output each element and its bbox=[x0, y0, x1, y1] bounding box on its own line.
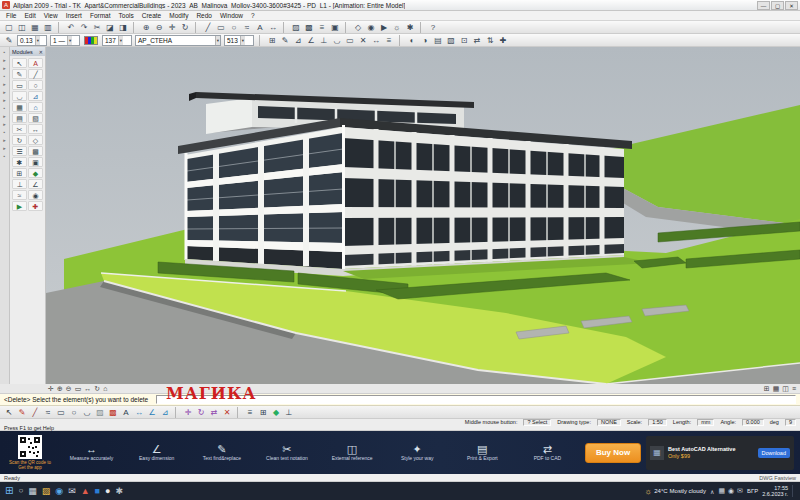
module-settings-icon[interactable]: ✱ bbox=[12, 157, 27, 167]
undo-icon[interactable]: ↶ bbox=[65, 22, 77, 33]
maximize-button[interactable]: ▢ bbox=[771, 1, 784, 10]
module-slab-icon[interactable]: ▤ bbox=[12, 113, 27, 123]
dock-icon[interactable]: ▪ bbox=[4, 50, 6, 55]
text-icon[interactable]: A bbox=[254, 22, 266, 33]
animation-icon[interactable]: ▶ bbox=[378, 22, 390, 33]
weather-widget[interactable]: ☼ 24°C Mostly cloudy bbox=[645, 487, 706, 496]
ad-card[interactable]: ▦ Best AutoCAD Alternative Only $99 Down… bbox=[646, 436, 794, 470]
hatch-icon[interactable]: ▨ bbox=[94, 407, 106, 418]
layers-icon[interactable]: ≡ bbox=[316, 22, 328, 33]
taskbar-app-taskview[interactable]: ▦ bbox=[28, 483, 37, 499]
module-roof-icon[interactable]: ▧ bbox=[28, 113, 43, 123]
minimize-button[interactable]: — bbox=[757, 1, 770, 10]
move-icon[interactable]: ✛ bbox=[182, 407, 194, 418]
redline-pen-icon[interactable]: ✎ bbox=[16, 407, 28, 418]
module-text-icon[interactable]: A bbox=[28, 58, 43, 68]
taskbar-app-allplan[interactable]: ▲ bbox=[81, 483, 90, 499]
help-icon[interactable]: ? bbox=[427, 22, 439, 33]
rotate-icon[interactable]: ↻ bbox=[195, 407, 207, 418]
dock-icon[interactable]: ▸ bbox=[3, 82, 6, 87]
taskbar-app-edge[interactable]: ◉ bbox=[55, 483, 63, 499]
taskbar-app-settings[interactable]: ✱ bbox=[115, 483, 123, 499]
sort-icon[interactable]: ⇅ bbox=[484, 35, 496, 46]
spline-icon[interactable]: ≈ bbox=[42, 407, 54, 418]
triangle-measure-icon[interactable]: ⊿ bbox=[292, 35, 304, 46]
feature-pdf-cad[interactable]: ⇄ PDF to CAD bbox=[519, 443, 575, 462]
refresh-icon[interactable]: ↻ bbox=[179, 22, 191, 33]
module-spline-icon[interactable]: ≈ bbox=[12, 190, 27, 200]
edit-icon[interactable]: ✎ bbox=[279, 35, 291, 46]
ortho-icon[interactable]: ⊥ bbox=[283, 407, 295, 418]
pan-icon[interactable]: ✛ bbox=[166, 22, 178, 33]
menu-item[interactable]: Modify bbox=[165, 12, 192, 19]
surface-select[interactable]: 513 ▾ bbox=[224, 35, 254, 46]
module-list-icon[interactable]: ☰ bbox=[12, 146, 27, 156]
shade-left-icon[interactable]: ◐ bbox=[406, 35, 418, 46]
refresh-view-icon[interactable]: ↻ bbox=[94, 385, 100, 393]
dock-icon[interactable]: ▸ bbox=[3, 58, 6, 63]
measure-icon[interactable]: ⊿ bbox=[159, 407, 171, 418]
menu-item[interactable]: Edit bbox=[20, 12, 39, 19]
module-dimension-icon[interactable]: ↔ bbox=[28, 124, 43, 134]
menu-item[interactable]: Tools bbox=[115, 12, 138, 19]
feature-external-ref[interactable]: ◫ External reference bbox=[324, 443, 380, 462]
close-button[interactable]: ✕ bbox=[785, 1, 798, 10]
module-line-icon[interactable]: ╱ bbox=[28, 69, 43, 79]
tray-expand-icon[interactable]: ∧ bbox=[710, 488, 714, 495]
line-type-select[interactable]: 1 — ▾ bbox=[50, 35, 80, 46]
drawing-type-value[interactable]: NONE bbox=[597, 419, 621, 426]
zoom-out-icon[interactable]: ⊖ bbox=[66, 385, 72, 393]
hatch-icon[interactable]: ▨ bbox=[290, 22, 302, 33]
stretch-icon[interactable]: ↔ bbox=[370, 35, 382, 46]
dimension-icon[interactable]: ↔ bbox=[267, 22, 279, 33]
buy-now-button[interactable]: Buy Now bbox=[585, 443, 641, 463]
angle-icon[interactable]: ∠ bbox=[146, 407, 158, 418]
pan-view-icon[interactable]: ↔ bbox=[84, 385, 91, 393]
menu-item[interactable]: Create bbox=[138, 12, 166, 19]
text-icon[interactable]: A bbox=[120, 407, 132, 418]
menu-item[interactable]: View bbox=[40, 12, 62, 19]
rect-icon[interactable]: ▭ bbox=[55, 407, 67, 418]
grid-icon[interactable]: ⊞ bbox=[266, 35, 278, 46]
dock-icon[interactable]: ▪ bbox=[4, 74, 6, 79]
module-add-icon[interactable]: ✚ bbox=[28, 201, 43, 211]
tray-network-icon[interactable]: ▦ bbox=[718, 487, 725, 495]
cut-icon[interactable]: ✂ bbox=[91, 22, 103, 33]
mirror-icon[interactable]: ⇄ bbox=[208, 407, 220, 418]
modules-close-icon[interactable]: ✕ bbox=[39, 49, 43, 55]
menu-item[interactable]: Window bbox=[216, 12, 247, 19]
menu-item[interactable]: File bbox=[2, 12, 20, 19]
module-trim-icon[interactable]: ✂ bbox=[12, 124, 27, 134]
pen-color-icon[interactable] bbox=[84, 36, 98, 45]
viewport-3d-scene[interactable] bbox=[46, 47, 800, 384]
module-arc-icon[interactable]: ◡ bbox=[12, 91, 27, 101]
pen-icon[interactable]: ✎ bbox=[3, 35, 15, 46]
hatch2-icon[interactable]: ▧ bbox=[445, 35, 457, 46]
feature-measure[interactable]: ↔ Measure accurately bbox=[64, 443, 120, 462]
show-desktop-button[interactable] bbox=[792, 485, 795, 497]
dock-icon[interactable]: ▸ bbox=[3, 98, 6, 103]
module-ortho-icon[interactable]: ⊥ bbox=[12, 179, 27, 189]
arc-icon[interactable]: ◡ bbox=[81, 407, 93, 418]
box-icon[interactable]: ▭ bbox=[344, 35, 356, 46]
shade-right-icon[interactable]: ◑ bbox=[419, 35, 431, 46]
open-file-icon[interactable]: ◫ bbox=[16, 22, 28, 33]
clock[interactable]: 17:55 2.6.2023 г. bbox=[762, 485, 788, 497]
dimension-icon[interactable]: ↔ bbox=[133, 407, 145, 418]
new-file-icon[interactable]: ▢ bbox=[3, 22, 15, 33]
sun-icon[interactable]: ☼ bbox=[391, 22, 403, 33]
feature-clean-text[interactable]: ✂ Clean text notation bbox=[259, 443, 315, 462]
dock-icon[interactable]: ▸ bbox=[3, 114, 6, 119]
command-input[interactable] bbox=[156, 395, 796, 404]
scale-value[interactable]: 1:50 bbox=[648, 419, 667, 426]
dock-icon[interactable]: ▸ bbox=[3, 66, 6, 71]
grid-icon[interactable]: ⊞ bbox=[257, 407, 269, 418]
module-snap-icon[interactable]: ◆ bbox=[28, 168, 43, 178]
module-grid-icon[interactable]: ⊞ bbox=[12, 168, 27, 178]
print-icon[interactable]: ▥ bbox=[42, 22, 54, 33]
module-angle-icon[interactable]: ∠ bbox=[28, 179, 43, 189]
split-window-icon[interactable]: ◫ bbox=[782, 385, 789, 393]
list-icon[interactable]: ≡ bbox=[383, 35, 395, 46]
pen-width-select[interactable]: 0.13 ▾ bbox=[17, 35, 47, 46]
plus-icon[interactable]: ✚ bbox=[497, 35, 509, 46]
